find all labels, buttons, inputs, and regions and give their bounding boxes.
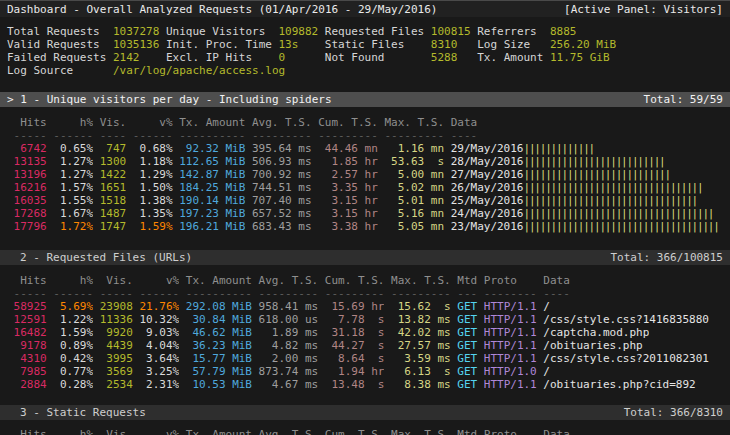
hits-bar: |||||||||||||||||||||||||||||||||||| [524, 220, 730, 233]
tx-amount-cell: 92.32 MiB [173, 142, 246, 155]
panel-header-requested-files[interactable]: 2 - Requested Files (URLs) Total: 366/10… [0, 250, 730, 265]
hits-percent-cell: 0.65% [47, 142, 93, 155]
hits-percent-cell: 0.28% [47, 378, 93, 391]
hits-percent-cell: 1.22% [47, 313, 93, 326]
visitor-day-row[interactable]: 17796 1.72% 1747 1.59% 196.21 MiB 683.43… [0, 220, 730, 233]
metric-value: 1037278 [113, 25, 166, 38]
panel-title: 2 - Requested Files (URLs) [20, 251, 192, 264]
metric-label: Init. Proc. Time [166, 38, 279, 51]
column-header: Mtd [451, 274, 484, 287]
cum-time-cell: 13.48 s [318, 378, 384, 391]
hits-cell: 9178 [7, 339, 47, 352]
cum-time-cell: 3.15 hr [312, 207, 378, 220]
column-header: Data [543, 274, 570, 287]
column-dashes: ------ [47, 129, 93, 142]
date-cell: 29/May/2016 [444, 142, 523, 155]
column-header: Avg. T.S. [252, 274, 318, 287]
requested-file-row[interactable]: 16482 1.59% 9920 9.03% 46.62 MiB 1.89 ms… [0, 326, 730, 339]
visitors-cell: 23908 [93, 300, 133, 313]
visitors-cell: 11336 [93, 313, 133, 326]
cum-time-cell: 3.15 hr [312, 194, 378, 207]
hits-percent-cell: 1.72% [47, 220, 93, 233]
avg-time-cell: 683.43 ms [245, 220, 311, 233]
url-cell: /css/style.css?1416835880 [543, 313, 709, 326]
column-dashes: ------ [133, 287, 179, 300]
visitors-cell: 3569 [93, 365, 133, 378]
requested-file-row[interactable]: 9178 0.89% 4439 4.04% 36.23 MiB 4.82 ms … [0, 339, 730, 352]
panel-header-visitors[interactable]: > 1 - Unique visitors per day - Includin… [0, 92, 730, 107]
url-cell: /obituaries.php [543, 339, 642, 352]
visitors-cell: 747 [93, 142, 126, 155]
visitor-day-row[interactable]: 17268 1.67% 1487 1.35% 197.23 MiB 657.52… [0, 207, 730, 220]
requested-file-row[interactable]: 4310 0.42% 3995 3.64% 15.77 MiB 2.00 ms … [0, 352, 730, 365]
metric-value: 0 [279, 51, 325, 64]
hits-cell: 58925 [7, 300, 47, 313]
tx-amount-cell: 184.25 MiB [173, 181, 246, 194]
requested-file-row[interactable]: 2884 0.28% 2534 2.31% 10.53 MiB 4.67 ms … [0, 378, 730, 391]
column-dashes: ---- [543, 287, 570, 300]
max-time-cell: 5.05 mn [378, 220, 444, 233]
visitors-cell: 4439 [93, 339, 133, 352]
avg-time-cell: 618.00 us [252, 313, 318, 326]
column-header: Vis. [93, 428, 133, 435]
visitor-day-row[interactable]: 13135 1.27% 1300 1.18% 112.65 MiB 506.93… [0, 155, 730, 168]
visitors-percent-cell: 1.18% [126, 155, 172, 168]
column-header: Vis. [93, 274, 133, 287]
hits-cell: 4310 [7, 352, 47, 365]
visitors-cell: 1300 [93, 155, 126, 168]
column-dashes: ------ [47, 287, 93, 300]
requested-file-row[interactable]: 58925 5.69% 23908 21.76% 292.08 MiB 958.… [0, 300, 730, 313]
method-cell: GET [451, 352, 484, 365]
column-dashes: --------- [384, 287, 450, 300]
cum-time-cell: 44.27 s [318, 339, 384, 352]
max-time-cell: 5.02 mn [378, 181, 444, 194]
hits-percent-cell: 1.67% [47, 207, 93, 220]
requests-table-header: Hits h% Vis. v% Tx. Amount Avg. T.S. Cum… [0, 274, 730, 300]
url-cell: / [543, 300, 550, 313]
visitor-day-row[interactable]: 16216 1.57% 1651 1.50% 184.25 MiB 744.51… [0, 181, 730, 194]
panel-header-static-requests[interactable]: 3 - Static Requests Total: 366/8310 [0, 405, 730, 420]
column-header: Max. T.S. [378, 116, 444, 129]
column-header: Data [444, 116, 523, 129]
protocol-cell: HTTP/1.1 [484, 300, 544, 313]
visitors-table-body: 6742 0.65% 747 0.68% 92.32 MiB 395.64 ms… [0, 142, 730, 233]
tx-amount-cell: 190.14 MiB [173, 194, 246, 207]
visitors-cell: 1422 [93, 168, 126, 181]
url-cell: /css/style.css?2011082301 [543, 352, 709, 365]
metric-value: 11.75 GiB [550, 51, 610, 64]
method-cell: GET [451, 339, 484, 352]
column-header: Hits [7, 116, 47, 129]
requested-file-row[interactable]: 12591 1.22% 11336 10.32% 30.84 MiB 618.0… [0, 313, 730, 326]
requested-file-row[interactable]: 7985 0.77% 3569 3.25% 57.79 MiB 873.74 m… [0, 365, 730, 378]
column-dashes: --------- [378, 129, 444, 142]
column-header: Hits [7, 274, 47, 287]
avg-time-cell: 657.52 ms [245, 207, 311, 220]
hits-cell: 13135 [7, 155, 47, 168]
panel-total: Total: 366/100815 [610, 250, 723, 265]
column-dashes: ---------- [173, 129, 246, 142]
cum-time-cell: 3.38 hr [312, 220, 378, 233]
metric-label: Excl. IP Hits [166, 51, 279, 64]
hits-percent-cell: 5.69% [47, 300, 93, 313]
visitors-percent-cell: 3.64% [133, 352, 179, 365]
tx-amount-cell: 292.08 MiB [179, 300, 252, 313]
column-dashes: ----- [93, 287, 133, 300]
summary-row: Failed Requests2142Excl. IP Hits0Not Fou… [0, 51, 730, 64]
column-header: h% [47, 274, 93, 287]
hits-bar: |||||||||||||||||||||||||| [524, 155, 730, 168]
hits-percent-cell: 1.59% [47, 326, 93, 339]
max-time-cell: 13.82 ms [384, 313, 450, 326]
column-dashes: ----- [7, 287, 47, 300]
column-dashes: ---------- [179, 287, 252, 300]
visitor-day-row[interactable]: 6742 0.65% 747 0.68% 92.32 MiB 395.64 ms… [0, 142, 730, 155]
method-cell: GET [451, 313, 484, 326]
url-cell: /obituaries.php?cid=892 [543, 378, 695, 391]
summary-row-log-source: Log Source/var/log/apache/access.log [0, 64, 730, 77]
visitor-day-row[interactable]: 13196 1.27% 1422 1.29% 142.87 MiB 700.92… [0, 168, 730, 181]
panel-total: Total: 366/8310 [624, 405, 723, 420]
column-header: Max. T.S. [384, 274, 450, 287]
max-time-cell: 5.01 mn [378, 194, 444, 207]
metric-value: 8885 [550, 25, 577, 38]
visitor-day-row[interactable]: 16035 1.55% 1518 1.38% 190.14 MiB 707.40… [0, 194, 730, 207]
title-bar: Dashboard - Overall Analyzed Requests (0… [0, 0, 730, 17]
